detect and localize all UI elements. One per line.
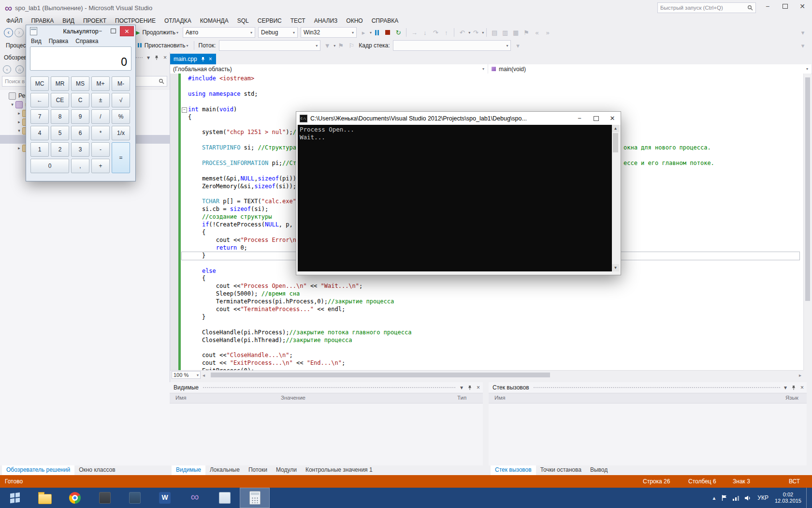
calc-button-8[interactable]: 8: [51, 109, 69, 124]
menu-help[interactable]: Справка: [75, 38, 98, 45]
taskbar-photos[interactable]: [210, 488, 240, 508]
expander-icon[interactable]: ▸: [16, 111, 22, 116]
taskbar-start-button[interactable]: [0, 488, 30, 508]
volume-icon[interactable]: [744, 495, 751, 501]
quick-launch-search[interactable]: Быстрый запуск (Ctrl+Q): [657, 2, 756, 13]
hidden-icons-chevron[interactable]: ▲: [711, 495, 716, 501]
console-title-bar[interactable]: C:\Users\Женька\Documents\Visual Studio …: [296, 112, 621, 125]
menu-item-АНАЛИЗ[interactable]: АНАЛИЗ: [310, 16, 342, 26]
bookmark-icon[interactable]: ⚑: [521, 27, 532, 38]
menu-item-ОКНО[interactable]: ОКНО: [342, 16, 367, 26]
panel-header[interactable]: Видимые ▾ ×: [170, 382, 483, 393]
tool-tab-Видимые[interactable]: Видимые: [172, 465, 205, 475]
column-name[interactable]: Имя: [494, 395, 505, 401]
step-into-icon[interactable]: ↓: [420, 27, 430, 38]
undo-icon[interactable]: ↶: [457, 27, 467, 38]
calculator-window[interactable]: Калькулятор − ✕ Вид Правка Справка 0 MCM…: [26, 25, 136, 181]
taskbar-chrome[interactable]: [60, 488, 90, 508]
taskbar-app-dark-2[interactable]: [120, 488, 150, 508]
navigate-back-icon[interactable]: ‹: [4, 28, 13, 37]
calc-button-0[interactable]: 0: [30, 159, 69, 173]
calc-button-←[interactable]: ←: [30, 93, 49, 107]
calc-button-=[interactable]: =: [112, 142, 130, 173]
restart-icon[interactable]: ↻: [393, 27, 404, 38]
tool-tab-Контрольные значения 1[interactable]: Контрольные значения 1: [301, 465, 377, 475]
console-window[interactable]: C:\Users\Женька\Documents\Visual Studio …: [296, 111, 621, 275]
toolbar-overflow-icon[interactable]: ▾: [798, 40, 808, 51]
calc-button-9[interactable]: 9: [71, 109, 89, 124]
redo-icon[interactable]: ↷: [470, 27, 481, 38]
calc-button-3[interactable]: 3: [71, 142, 89, 157]
calc-button-+[interactable]: +: [91, 159, 110, 173]
scroll-down-icon[interactable]: ▼: [612, 264, 619, 271]
attach-icon[interactable]: ▸: [358, 27, 369, 38]
calc-button-1[interactable]: 1: [30, 142, 49, 157]
calc-button-*[interactable]: *: [91, 126, 110, 140]
minimize-button[interactable]: −: [759, 0, 776, 13]
menu-edit[interactable]: Правка: [49, 38, 69, 45]
calc-button-1/x[interactable]: 1/x: [112, 126, 130, 140]
column-language[interactable]: Язык: [785, 395, 798, 401]
console-scrollbar[interactable]: ▲ ▼: [612, 125, 619, 271]
step-out-icon[interactable]: ↑: [441, 27, 451, 38]
language-indicator[interactable]: УКР: [756, 494, 770, 501]
maximize-button[interactable]: [107, 26, 120, 35]
break-all-icon[interactable]: [372, 27, 382, 38]
close-panel-icon[interactable]: ×: [163, 54, 167, 61]
column-type[interactable]: Тип: [457, 395, 466, 401]
menu-item-ОТЛАДКА[interactable]: ОТЛАДКА: [160, 16, 196, 26]
scope-dropdown[interactable]: (Глобальная область)▾: [170, 64, 488, 74]
stack-frame-combo[interactable]: ▾: [393, 40, 511, 51]
pin-icon[interactable]: [467, 385, 472, 390]
expander-icon[interactable]: ▸: [16, 146, 22, 150]
zoom-selector[interactable]: 100 %▾: [172, 371, 201, 379]
menu-item-ПОСТРОЕНИЕ[interactable]: ПОСТРОЕНИЕ: [111, 16, 160, 26]
toolbar-overflow-icon[interactable]: ▾: [798, 27, 808, 38]
uncomment-icon[interactable]: ▦: [510, 27, 521, 38]
column-name[interactable]: Имя: [175, 395, 186, 401]
menu-item-ФАЙЛ[interactable]: ФАЙЛ: [2, 16, 27, 26]
tool-tab-Потоки[interactable]: Потоки: [244, 465, 272, 475]
continue-button[interactable]: ▶ Продолжить ▾: [133, 27, 181, 38]
calc-button-5[interactable]: 5: [51, 126, 69, 140]
stack-options-icon[interactable]: ▾: [512, 40, 523, 51]
taskbar-file-explorer[interactable]: [30, 488, 60, 508]
minimize-button[interactable]: −: [94, 26, 107, 35]
calc-button-√[interactable]: √: [112, 93, 130, 107]
menu-item-СПРАВКА[interactable]: СПРАВКА: [367, 16, 403, 26]
expander-icon[interactable]: ▾: [16, 128, 22, 133]
bookmark-next-icon[interactable]: »: [542, 27, 553, 38]
scrollbar-thumb[interactable]: [805, 77, 810, 301]
menu-view[interactable]: Вид: [31, 38, 42, 45]
calc-button-/[interactable]: /: [91, 109, 110, 124]
maximize-button[interactable]: [776, 0, 794, 13]
window-position-icon[interactable]: ▾: [460, 384, 463, 391]
menu-item-ПРОЕКТ[interactable]: ПРОЕКТ: [79, 16, 111, 26]
calc-button-CE[interactable]: CE: [51, 93, 69, 107]
menu-item-ТЕСТ[interactable]: ТЕСТ: [286, 16, 310, 26]
taskbar-visual-studio[interactable]: [180, 488, 210, 508]
action-center-flag-icon[interactable]: [721, 494, 727, 501]
network-icon[interactable]: [732, 495, 740, 501]
calc-button-7[interactable]: 7: [30, 109, 49, 124]
minimize-button[interactable]: −: [571, 112, 588, 125]
configuration-combo[interactable]: Debug▾: [258, 27, 298, 38]
expander-icon[interactable]: ▾: [10, 102, 15, 107]
panel-header[interactable]: Стек вызовов ▾ ×: [489, 382, 807, 393]
back-icon[interactable]: ‹: [3, 65, 11, 74]
calc-button-C[interactable]: C: [71, 93, 89, 107]
pin-icon[interactable]: [201, 57, 205, 62]
calc-button-±[interactable]: ±: [91, 93, 110, 107]
column-value[interactable]: Значение: [281, 395, 305, 401]
tool-tab-Локальные[interactable]: Локальные: [205, 465, 244, 475]
calc-button-MC[interactable]: MC: [30, 76, 49, 91]
taskbar-word[interactable]: [150, 488, 180, 508]
tool-tab-Окно классов[interactable]: Окно классов: [74, 465, 119, 475]
scroll-left-icon[interactable]: ◂: [201, 373, 207, 378]
flag-icon[interactable]: ⚑: [335, 40, 346, 51]
calc-button-M-[interactable]: M-: [112, 76, 130, 91]
calc-button--[interactable]: -: [91, 142, 110, 157]
window-position-icon[interactable]: ▾: [784, 384, 787, 391]
home-icon[interactable]: ⌂: [15, 65, 24, 74]
show-next-statement-icon[interactable]: →: [409, 27, 420, 38]
